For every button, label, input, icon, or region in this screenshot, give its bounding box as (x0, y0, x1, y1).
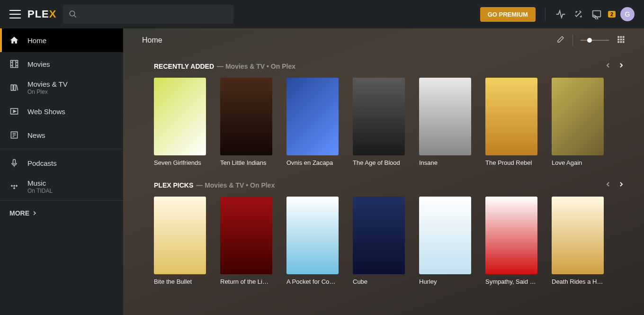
carousel-row: Bite the Bullet Return of the Li… A Pock… (154, 197, 625, 285)
user-avatar[interactable]: G (620, 7, 635, 21)
section-header: PLEX PICKS — Movies & TV • On Plex (154, 180, 625, 190)
media-card[interactable]: Return of the Li… (220, 197, 272, 285)
media-card[interactable]: A Pocket for Co… (286, 197, 339, 285)
divider (545, 8, 546, 21)
tidal-icon (9, 182, 19, 191)
zoom-slider-thumb[interactable] (587, 38, 592, 43)
carousel-next-icon[interactable] (617, 62, 625, 71)
svg-rect-32 (620, 41, 622, 43)
settings-icon[interactable] (573, 9, 584, 20)
media-card[interactable]: Sympathy, Said … (485, 197, 537, 285)
section-subtitle: — Movies & TV • On Plex (217, 63, 295, 70)
media-card[interactable]: The Age of Blood (353, 78, 405, 166)
sidebar-item-movies[interactable]: Movies (0, 52, 123, 76)
svg-rect-22 (13, 185, 16, 187)
media-card[interactable]: Death Rides a H… (552, 197, 604, 285)
zoom-slider[interactable] (581, 40, 609, 41)
sidebar-item-sublabel: On TIDAL (27, 188, 53, 194)
carousel-prev-icon[interactable] (604, 62, 612, 71)
svg-rect-27 (623, 36, 625, 38)
svg-marker-14 (13, 110, 16, 113)
sidebar: Home Movies Movies & TV On Plex Web Show… (0, 28, 123, 315)
svg-rect-33 (623, 41, 625, 43)
notification-badge[interactable]: 2 (608, 11, 616, 18)
svg-line-1 (74, 15, 77, 18)
carousel-prev-icon[interactable] (604, 180, 612, 190)
hamburger-menu[interactable] (9, 10, 21, 18)
svg-rect-2 (593, 11, 601, 17)
media-card[interactable]: The Proud Rebel (485, 78, 537, 166)
media-card[interactable]: Hurley (419, 197, 471, 285)
poster-image (220, 197, 272, 274)
sidebar-divider (0, 149, 123, 149)
media-card[interactable]: Insane (419, 78, 471, 166)
media-card[interactable]: Seven Girlfriends (154, 78, 206, 166)
sidebar-item-label: Podcasts (27, 159, 57, 167)
media-title: Hurley (419, 278, 471, 285)
media-title: A Pocket for Co… (286, 278, 339, 285)
news-icon (9, 130, 19, 140)
sidebar-item-webshows[interactable]: Web Shows (0, 99, 123, 123)
carousel-next-icon[interactable] (617, 180, 625, 190)
search-icon (69, 10, 77, 18)
poster-image (154, 78, 206, 155)
film-icon (9, 59, 19, 69)
media-card[interactable]: Ovnis en Zacapa (286, 78, 339, 166)
media-title: Love Again (552, 159, 604, 166)
poster-image (419, 78, 471, 155)
page-title: Home (142, 36, 549, 45)
poster-image (552, 197, 604, 274)
svg-rect-21 (11, 185, 13, 187)
play-icon (9, 107, 19, 116)
media-title: The Age of Blood (353, 159, 405, 166)
media-card[interactable]: Bite the Bullet (154, 197, 206, 285)
poster-image (286, 197, 339, 274)
search-input[interactable] (63, 5, 233, 24)
divider (572, 35, 573, 46)
section-plex-picks: PLEX PICKS — Movies & TV • On Plex Bite … (154, 180, 625, 285)
svg-rect-11 (14, 85, 16, 90)
top-bar: PLEX GO PREMIUM 2 G (0, 0, 644, 28)
section-header: RECENTLY ADDED — Movies & TV • On Plex (154, 62, 625, 71)
cast-icon[interactable] (591, 9, 602, 20)
media-title: Sympathy, Said … (485, 278, 537, 285)
sidebar-item-music[interactable]: Music On TIDAL (0, 175, 123, 198)
poster-image (485, 78, 537, 155)
carousel-row: Seven Girlfriends Ten Little Indians Ovn… (154, 78, 625, 166)
poster-image (353, 78, 405, 155)
media-title: Seven Girlfriends (154, 159, 206, 166)
media-title: Insane (419, 159, 471, 166)
svg-rect-28 (617, 39, 619, 41)
sidebar-item-label: Movies & TV (27, 80, 68, 89)
edit-icon[interactable] (556, 35, 565, 45)
svg-rect-30 (623, 39, 625, 41)
library-icon (9, 83, 19, 92)
sidebar-item-sublabel: On Plex (27, 89, 68, 95)
svg-line-12 (17, 85, 18, 90)
poster-image (419, 197, 471, 274)
svg-rect-31 (617, 41, 619, 43)
grid-view-icon[interactable] (617, 35, 625, 45)
activity-icon[interactable] (555, 9, 566, 20)
section-title[interactable]: RECENTLY ADDED (154, 63, 214, 70)
go-premium-button[interactable]: GO PREMIUM (480, 7, 536, 22)
svg-rect-19 (13, 160, 16, 164)
sidebar-divider (0, 200, 123, 201)
media-card[interactable]: Cube (353, 197, 405, 285)
media-card[interactable]: Love Again (552, 78, 604, 166)
sidebar-item-news[interactable]: News (0, 123, 123, 147)
media-title: The Proud Rebel (485, 159, 537, 166)
svg-rect-26 (620, 36, 622, 38)
poster-image (353, 197, 405, 274)
sidebar-item-podcasts[interactable]: Podcasts (0, 151, 123, 175)
svg-rect-10 (11, 85, 13, 90)
sidebar-item-movies-tv[interactable]: Movies & TV On Plex (0, 76, 123, 99)
sidebar-more[interactable]: MORE (0, 203, 123, 224)
main-content: Home RECENTLY ADDED — Movies & TV • On P… (123, 28, 644, 315)
sidebar-item-home[interactable]: Home (0, 28, 123, 52)
section-title[interactable]: PLEX PICKS (154, 181, 193, 189)
sidebar-item-label: Home (27, 36, 46, 45)
media-card[interactable]: Ten Little Indians (220, 78, 272, 166)
plex-logo[interactable]: PLEX (27, 8, 56, 20)
poster-image (286, 78, 339, 155)
